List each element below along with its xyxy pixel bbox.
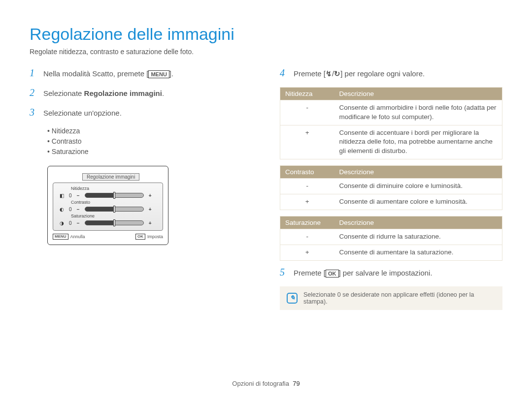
cell-key: + <box>280 194 334 210</box>
step-5-tail: per salvare le impostazioni. <box>341 269 432 277</box>
minus-icon: − <box>76 207 81 212</box>
minus-icon: − <box>76 220 81 226</box>
footer-page-number: 79 <box>293 380 299 387</box>
sublist-item: Contrasto <box>47 136 256 147</box>
cell-value: Consente di ridurre la saturazione. <box>334 229 502 245</box>
step-5-text-a: Premete [ <box>294 269 326 277</box>
th: Descrizione <box>334 87 502 100</box>
sublist-item: Nitidezza <box>47 126 256 136</box>
th: Descrizione <box>334 216 502 229</box>
table-row: - Consente di ammorbidire i bordi nelle … <box>280 100 502 125</box>
step-1-text-a: Nella modalità Scatto, premete [ <box>43 69 148 78</box>
cell-value: Consente di diminuire colore e luminosit… <box>334 179 502 194</box>
step-number: 3 <box>30 107 36 118</box>
th: Nitidezza <box>280 87 334 100</box>
step-number: 4 <box>280 67 287 79</box>
table-row: + Consente di aumentare colore e luminos… <box>280 194 502 210</box>
panel-set-label: Imposta <box>147 234 163 239</box>
flash-icon: ↯ <box>326 69 332 78</box>
panel-cancel-label: Annulla <box>70 234 85 239</box>
menu-key-icon: MENU <box>148 70 169 78</box>
cell-value: Consente di aumentare colore e luminosit… <box>334 194 502 210</box>
slider-track <box>85 193 144 198</box>
step-2-text-b: . <box>162 89 164 97</box>
slider-zero: 0 <box>69 220 72 226</box>
minus-icon: − <box>76 193 81 198</box>
step-number: 2 <box>30 87 36 98</box>
page-title: Regolazione delle immagini <box>30 25 502 44</box>
step-number: 5 <box>280 267 287 278</box>
saturation-icon: ◑ <box>58 219 65 226</box>
cell-key: - <box>280 100 334 125</box>
note-box: ✎ Selezionate 0 se desiderate non applic… <box>280 286 502 310</box>
step-4: 4 Premete [↯/↻] per regolare ogni valore… <box>280 67 502 79</box>
panel-title: Regolazione immagini <box>82 173 139 181</box>
table-row: + Consente di accentuare i bordi per mig… <box>280 125 502 159</box>
footer-section: Opzioni di fotografia <box>232 380 289 387</box>
note-text: Selezionate 0 se desiderate non applicar… <box>303 291 496 305</box>
step-4-text-a: Premete [ <box>294 69 326 78</box>
table-row: - Consente di ridurre la saturazione. <box>280 229 502 245</box>
table-contrasto: Contrasto Descrizione - Consente di dimi… <box>280 165 502 210</box>
step-1: 1 Nella modalità Scatto, premete [MENU]. <box>30 67 256 79</box>
slider-row-saturazione: ◑ 0 − + <box>58 219 158 226</box>
th: Saturazione <box>280 216 334 229</box>
th: Descrizione <box>334 166 502 179</box>
table-nitidezza: Nitidezza Descrizione - Consente di ammo… <box>280 87 502 159</box>
th: Contrasto <box>280 166 334 179</box>
slider-row-contrasto: ◐ 0 − + <box>58 206 158 213</box>
slider-track <box>85 207 144 212</box>
ok-key-icon: OK <box>135 234 145 240</box>
slider-label: Nitidezza <box>71 186 158 191</box>
step-2-bold: Regolazione immagini <box>84 89 162 97</box>
menu-key-icon: MENU <box>53 234 68 240</box>
plus-icon: + <box>148 207 153 212</box>
cell-value: Consente di accentuare i bordi per migli… <box>334 125 502 159</box>
cell-key: + <box>280 125 334 159</box>
table-row: + Consente di aumentare la saturazione. <box>280 245 502 260</box>
sharpness-icon: ◧ <box>58 192 65 199</box>
contrast-icon: ◐ <box>58 206 65 213</box>
step-2-text-a: Selezionate <box>43 89 84 97</box>
table-saturazione: Saturazione Descrizione - Consente di ri… <box>280 216 502 261</box>
step-number: 1 <box>30 67 36 79</box>
slider-zero: 0 <box>69 207 72 212</box>
step-3-sublist: Nitidezza Contrasto Saturazione <box>47 126 256 157</box>
note-icon: ✎ <box>287 293 298 304</box>
step-2: 2 Selezionate Regolazione immagini. <box>30 87 256 99</box>
plus-icon: + <box>148 193 153 198</box>
slider-track <box>85 220 144 225</box>
sublist-item: Saturazione <box>47 147 256 157</box>
slider-label: Contrasto <box>71 200 158 205</box>
cell-key: + <box>280 245 334 260</box>
table-row: - Consente di diminuire colore e luminos… <box>280 179 502 194</box>
step-4-tail: per regolare ogni valore. <box>342 69 425 78</box>
ok-key-icon: OK <box>326 270 339 278</box>
device-screenshot: Regolazione immagini Nitidezza ◧ 0 − + C… <box>47 166 256 245</box>
cell-value: Consente di aumentare la saturazione. <box>334 245 502 260</box>
step-5: 5 Premete [OK] per salvare le impostazio… <box>280 267 502 278</box>
step-3: 3 Selezionate un'opzione. <box>30 107 256 119</box>
step-1-text-b: ]. <box>169 69 173 78</box>
timer-icon: ↻ <box>334 69 340 78</box>
slider-zero: 0 <box>69 193 72 198</box>
plus-icon: + <box>148 220 153 226</box>
step-3-text: Selezionate un'opzione. <box>43 108 256 119</box>
slider-label: Saturazione <box>71 214 158 218</box>
cell-key: - <box>280 179 334 194</box>
page-footer: Opzioni di fotografia 79 <box>0 380 532 387</box>
cell-value: Consente di ammorbidire i bordi nelle fo… <box>334 100 502 125</box>
cell-key: - <box>280 229 334 245</box>
page-subtitle: Regolate nitidezza, contrasto e saturazi… <box>30 48 502 56</box>
slider-row-nitidezza: ◧ 0 − + <box>58 192 158 199</box>
